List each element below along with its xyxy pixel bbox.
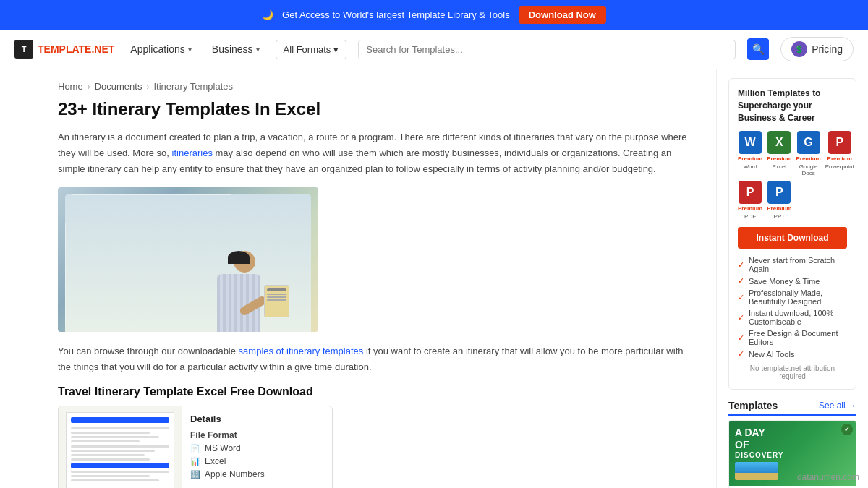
app-ppt2[interactable]: P Premium PPT xyxy=(767,181,791,220)
pricing-icon: 💲 xyxy=(791,41,807,57)
green-badge-1: ✓ xyxy=(841,424,853,435)
feature-list: ✓Never start from Scratch Again ✓Save Mo… xyxy=(738,256,847,359)
template-details: Details File Format 📄 MS Word 📊 Excel 🔢 … xyxy=(182,406,273,488)
applications-label: Applications xyxy=(130,43,185,55)
check-icon-2: ✓ xyxy=(738,276,744,286)
breadcrumb: Home › Documents › Itinerary Templates xyxy=(58,81,699,92)
nav-applications[interactable]: Applications ▾ xyxy=(126,40,196,58)
sidebar-promo: Million Templates to Supercharge your Bu… xyxy=(728,78,856,390)
beach-thumb xyxy=(735,462,778,480)
check-icon-3: ✓ xyxy=(738,293,744,302)
templates-label: Templates xyxy=(728,400,778,411)
msword-label: MS Word xyxy=(205,443,241,453)
excel-icon: 📊 xyxy=(190,456,200,466)
details-title: Details xyxy=(190,414,265,424)
check-icon-6: ✓ xyxy=(738,349,744,359)
pricing-button[interactable]: 💲 Pricing xyxy=(780,37,854,61)
feature-1: ✓Never start from Scratch Again xyxy=(738,256,847,273)
format-selector[interactable]: All Formats ▾ xyxy=(276,40,347,59)
breadcrumb-documents[interactable]: Documents xyxy=(95,81,142,92)
itineraries-link[interactable]: itineraries xyxy=(172,147,213,158)
format-excel: 📊 Excel xyxy=(190,456,265,466)
description-2: You can browse through our downloadable … xyxy=(58,343,699,375)
excel-icon-box: X xyxy=(767,131,791,154)
format-label: All Formats xyxy=(284,44,331,55)
gdocs-icon-box: G xyxy=(797,131,820,154)
applications-chevron: ▾ xyxy=(188,46,192,53)
feature-3: ✓Professionally Made, Beautifully Design… xyxy=(738,288,847,306)
top-banner: 🌙 Get Access to World's largest Template… xyxy=(0,0,868,30)
description-1: An itinerary is a document created to pl… xyxy=(58,129,699,177)
download-now-button[interactable]: Download Now xyxy=(519,6,606,24)
section-heading: Travel Itinerary Template Excel Free Dow… xyxy=(58,385,699,398)
instant-download-button[interactable]: Instant Download xyxy=(738,227,847,249)
logo-icon: T xyxy=(14,40,33,59)
search-bar xyxy=(358,40,736,59)
feature-2: ✓Save Money & Time xyxy=(738,276,847,286)
apple-numbers-label: Apple Numbers xyxy=(205,469,265,479)
format-apple-numbers: 🔢 Apple Numbers xyxy=(190,469,265,479)
apple-numbers-icon: 🔢 xyxy=(190,469,200,479)
page-title: 23+ Itinerary Templates In Excel xyxy=(58,99,699,119)
search-button[interactable]: 🔍 xyxy=(747,38,769,60)
header: T TEMPLATE.NET Applications ▾ Business ▾… xyxy=(0,30,868,69)
breadcrumb-sep2: › xyxy=(146,82,149,92)
check-icon-1: ✓ xyxy=(738,260,744,270)
feature-5: ✓Free Design & Document Editors xyxy=(738,329,847,346)
app-pdf[interactable]: P Premium PDF xyxy=(738,181,762,220)
check-icon-5: ✓ xyxy=(738,333,744,343)
feature-6: ✓New AI Tools xyxy=(738,349,847,359)
file-format-row: File Format xyxy=(190,430,265,440)
template-card: Details File Format 📄 MS Word 📊 Excel 🔢 … xyxy=(58,406,333,488)
content-area: Home › Documents › Itinerary Templates 2… xyxy=(0,69,716,488)
templates-header: Templates See all → xyxy=(728,400,856,416)
pdf-icon-box: P xyxy=(739,181,762,204)
format-chevron: ▾ xyxy=(333,44,339,55)
watermark: datanumen.com xyxy=(797,472,859,482)
app-icons-grid: W Premium Word X Premium Excel G Premium… xyxy=(738,131,847,220)
breadcrumb-sep1: › xyxy=(88,82,90,92)
feature-4: ✓Instant download, 100% Customiseable xyxy=(738,309,847,326)
ppt2-icon-box: P xyxy=(767,181,791,204)
banner-text: Get Access to World's largest Template L… xyxy=(282,9,510,20)
pricing-label: Pricing xyxy=(812,43,843,55)
banner-icon: 🌙 xyxy=(262,9,273,20)
main-layout: Home › Documents › Itinerary Templates 2… xyxy=(0,69,868,488)
app-ppt[interactable]: P Premium Powerpoint xyxy=(825,131,854,176)
msword-icon: 📄 xyxy=(190,443,200,453)
template-thumbnail xyxy=(59,406,182,488)
hero-image xyxy=(58,187,318,332)
attribution-text: No template.net attribution required xyxy=(738,364,847,380)
promo-title: Million Templates to Supercharge your Bu… xyxy=(738,87,847,124)
check-icon-4: ✓ xyxy=(738,313,744,322)
file-format-label: File Format xyxy=(190,430,237,440)
logo-text: TEMPLATE.NET xyxy=(38,43,114,55)
breadcrumb-home[interactable]: Home xyxy=(58,81,83,92)
ppt-icon-box: P xyxy=(828,131,851,154)
see-all-link[interactable]: See all → xyxy=(819,401,856,411)
search-input[interactable] xyxy=(366,44,728,55)
business-label: Business xyxy=(212,43,253,55)
samples-link[interactable]: samples of itinerary templates xyxy=(239,346,364,356)
excel-label: Excel xyxy=(205,456,226,466)
app-excel[interactable]: X Premium Excel xyxy=(767,131,791,176)
format-msword: 📄 MS Word xyxy=(190,443,265,453)
app-gdocs[interactable]: G Premium Google Docs xyxy=(796,131,820,176)
breadcrumb-current: Itinerary Templates xyxy=(153,81,233,92)
sidebar: Million Templates to Supercharge your Bu… xyxy=(716,69,868,488)
app-word[interactable]: W Premium Word xyxy=(738,131,762,176)
doc-preview xyxy=(66,412,174,488)
business-chevron: ▾ xyxy=(256,46,260,53)
logo[interactable]: T TEMPLATE.NET xyxy=(14,40,114,59)
word-icon-box: W xyxy=(739,131,762,154)
nav-business[interactable]: Business ▾ xyxy=(208,40,264,58)
